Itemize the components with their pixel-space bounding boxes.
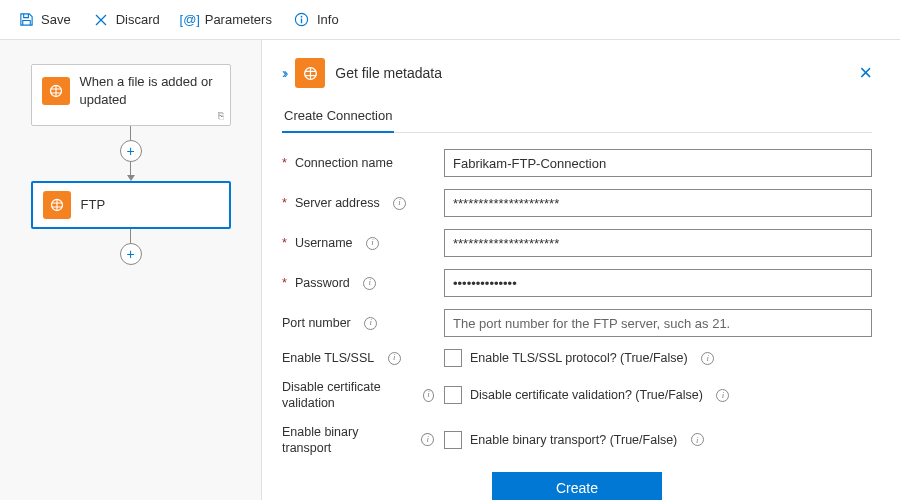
info-icon[interactable]: i <box>691 433 704 446</box>
svg-point-1 <box>301 16 303 18</box>
info-icon[interactable]: i <box>393 197 406 210</box>
toolbar: Save Discard [@] Parameters Info <box>0 0 900 40</box>
parameters-label: Parameters <box>205 12 272 27</box>
binary-checkbox[interactable] <box>444 431 462 449</box>
info-label: Info <box>317 12 339 27</box>
discard-icon <box>93 12 109 28</box>
info-icon[interactable]: i <box>423 389 434 402</box>
cert-cb-label: Disable certificate validation? (True/Fa… <box>470 388 729 402</box>
tab-row: Create Connection <box>282 102 872 133</box>
collapse-icon[interactable]: ›› <box>282 65 285 81</box>
close-icon[interactable]: × <box>859 60 872 86</box>
save-icon <box>18 12 34 28</box>
binary-label: Enable binary transport i <box>282 424 434 457</box>
ftp-icon <box>295 58 325 88</box>
port-label: Port number i <box>282 315 434 331</box>
password-label: *Password i <box>282 275 434 291</box>
add-step-button[interactable]: + <box>120 243 142 265</box>
designer-canvas: When a file is added or updated ⎘ + FTP … <box>0 40 262 500</box>
username-input[interactable] <box>444 229 872 257</box>
info-icon[interactable]: i <box>421 433 434 446</box>
panel-title: Get file metadata <box>335 65 849 81</box>
save-label: Save <box>41 12 71 27</box>
trigger-title: When a file is added or updated <box>80 73 220 108</box>
username-label: *Username i <box>282 235 434 251</box>
tab-create-connection[interactable]: Create Connection <box>282 102 394 133</box>
ftp-icon <box>42 77 70 105</box>
discard-button[interactable]: Discard <box>85 8 168 32</box>
create-button[interactable]: Create <box>492 472 662 500</box>
server-address-label: *Server address i <box>282 195 434 211</box>
svg-rect-2 <box>301 19 302 24</box>
details-panel: ›› Get file metadata × Create Connection… <box>262 40 900 500</box>
parameters-button[interactable]: [@] Parameters <box>174 8 280 32</box>
info-icon <box>294 12 310 28</box>
tls-label: Enable TLS/SSL i <box>282 350 434 366</box>
add-step-button[interactable]: + <box>120 140 142 162</box>
connection-name-input[interactable] <box>444 149 872 177</box>
port-input[interactable] <box>444 309 872 337</box>
parameters-icon: [@] <box>182 12 198 28</box>
binary-cb-label: Enable binary transport? (True/False) i <box>470 433 704 447</box>
info-button[interactable]: Info <box>286 8 347 32</box>
info-icon[interactable]: i <box>701 352 714 365</box>
tls-checkbox[interactable] <box>444 349 462 367</box>
trigger-node[interactable]: When a file is added or updated ⎘ <box>31 64 231 126</box>
action-node-ftp[interactable]: FTP <box>31 181 231 229</box>
info-icon[interactable]: i <box>363 277 376 290</box>
connection-name-label: *Connection name <box>282 155 434 171</box>
info-icon[interactable]: i <box>366 237 379 250</box>
action-title: FTP <box>81 196 106 214</box>
info-icon[interactable]: i <box>716 389 729 402</box>
server-address-input[interactable] <box>444 189 872 217</box>
password-input[interactable] <box>444 269 872 297</box>
info-icon[interactable]: i <box>364 317 377 330</box>
cert-label: Disable certificate validation i <box>282 379 434 412</box>
cert-checkbox[interactable] <box>444 386 462 404</box>
ftp-icon <box>43 191 71 219</box>
save-button[interactable]: Save <box>10 8 79 32</box>
info-icon[interactable]: i <box>388 352 401 365</box>
link-icon: ⎘ <box>218 110 224 121</box>
tls-cb-label: Enable TLS/SSL protocol? (True/False) i <box>470 351 714 365</box>
discard-label: Discard <box>116 12 160 27</box>
